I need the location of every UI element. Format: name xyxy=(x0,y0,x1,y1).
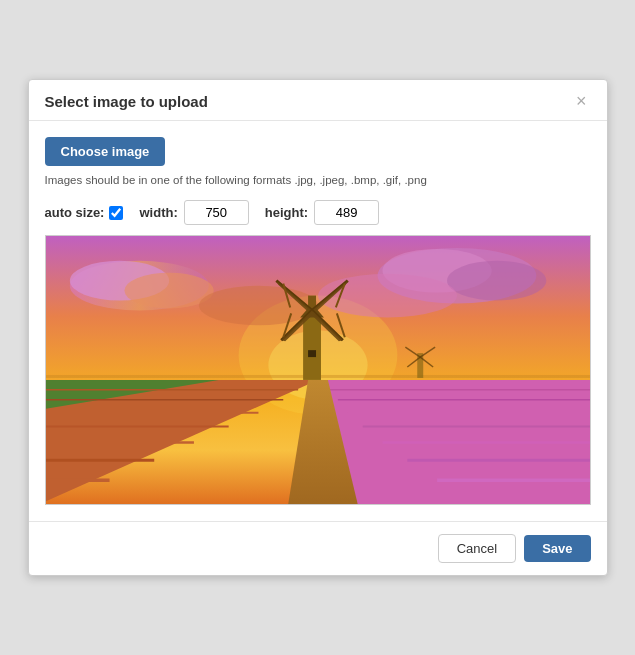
image-preview-container xyxy=(45,235,591,505)
cancel-button[interactable]: Cancel xyxy=(438,534,516,563)
svg-point-10 xyxy=(318,274,457,318)
auto-size-checkbox[interactable] xyxy=(109,206,123,220)
svg-rect-45 xyxy=(308,350,316,357)
close-button[interactable]: × xyxy=(572,92,591,110)
choose-image-button[interactable]: Choose image xyxy=(45,137,166,166)
modal-overlay: Select image to upload × Choose image Im… xyxy=(0,0,635,655)
svg-point-9 xyxy=(198,286,317,326)
height-label: height: xyxy=(265,205,308,220)
width-field: width: xyxy=(139,200,248,225)
size-controls: auto size: width: height: xyxy=(45,200,591,225)
svg-point-8 xyxy=(447,261,546,301)
width-input[interactable] xyxy=(184,200,249,225)
auto-size-text: auto size: xyxy=(45,205,105,220)
save-button[interactable]: Save xyxy=(524,535,590,562)
modal-title: Select image to upload xyxy=(45,93,208,110)
height-field: height: xyxy=(265,200,379,225)
height-input[interactable] xyxy=(314,200,379,225)
modal-dialog: Select image to upload × Choose image Im… xyxy=(28,79,608,576)
width-label: width: xyxy=(139,205,177,220)
modal-body: Choose image Images should be in one of … xyxy=(29,121,607,521)
format-hint-text: Images should be in one of the following… xyxy=(45,174,591,186)
svg-rect-30 xyxy=(303,315,321,380)
landscape-image xyxy=(46,236,590,504)
image-preview-scroll[interactable] xyxy=(46,236,590,504)
modal-footer: Cancel Save xyxy=(29,521,607,575)
auto-size-label: auto size: xyxy=(45,205,124,220)
modal-header: Select image to upload × xyxy=(29,80,607,121)
